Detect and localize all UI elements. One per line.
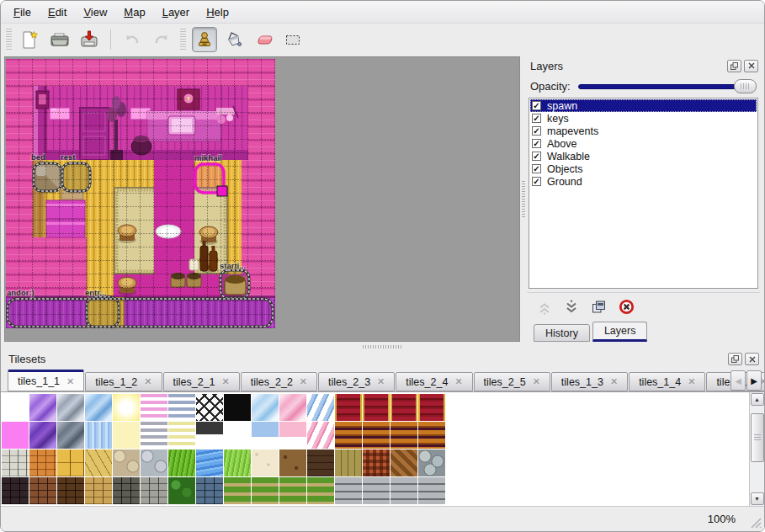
tile-carpet-red[interactable]	[363, 394, 390, 421]
tab-scroll-right-button[interactable]: ▶	[746, 370, 762, 391]
tile-brick-darkest[interactable]	[2, 477, 29, 504]
tile-glow-yellow[interactable]	[113, 394, 140, 421]
map-canvas[interactable]: bed rest starti... entr...	[4, 56, 520, 342]
fill-tool-button[interactable]	[221, 27, 247, 52]
tileset-tab-tiles_1_4[interactable]: tiles_1_4✕	[629, 372, 705, 391]
tab-close-icon[interactable]: ✕	[144, 377, 151, 386]
tab-close-icon[interactable]: ✕	[533, 377, 540, 386]
layer-row-Objects[interactable]: ✓Objects	[530, 162, 757, 175]
tile-crystal-ltblue[interactable]	[252, 394, 279, 421]
tile-white[interactable]	[224, 422, 251, 449]
tile-pale-yellow[interactable]	[113, 422, 140, 449]
menu-edit[interactable]: Edit	[40, 3, 74, 21]
menu-view[interactable]: View	[76, 3, 114, 21]
undo-button[interactable]	[120, 27, 145, 52]
layer-row-Above[interactable]: ✓Above	[530, 137, 757, 150]
tile-stone-yellow[interactable]	[85, 450, 112, 476]
tile-stripes-gray[interactable]	[141, 422, 167, 449]
tab-close-icon[interactable]: ✕	[300, 377, 307, 386]
tile-pink[interactable]	[2, 422, 29, 449]
layer-visibility-checkbox[interactable]: ✓	[532, 114, 541, 123]
raise-layer-button[interactable]	[537, 300, 552, 318]
tile-wood-orange[interactable]	[335, 422, 362, 449]
layer-visibility-checkbox[interactable]: ✓	[532, 164, 541, 173]
tile-dirt[interactable]	[279, 450, 306, 476]
tileset-tab-tiles_2_4[interactable]: tiles_2_4✕	[396, 372, 472, 391]
resize-grip[interactable]	[749, 516, 762, 529]
layer-visibility-checkbox[interactable]: ✓	[532, 139, 541, 148]
tileset-tab-tiles_1_1[interactable]: tiles_1_1✕	[8, 370, 84, 391]
tile-sign[interactable]	[196, 422, 223, 449]
tile-carpet-red[interactable]	[390, 394, 417, 421]
tile-brick-darkgray[interactable]	[113, 477, 140, 504]
tile-sand[interactable]	[252, 450, 279, 476]
layer-visibility-checkbox[interactable]: ✓	[532, 101, 541, 110]
tileset-view[interactable]: ▲ ▼	[1, 391, 764, 506]
tile-crystal-purple-dk[interactable]	[29, 422, 56, 449]
tile-tile-gold[interactable]	[57, 450, 84, 476]
tile-planks-gray[interactable]	[335, 477, 362, 504]
tilesets-close-button[interactable]	[745, 353, 759, 365]
tile-black[interactable]	[224, 394, 251, 421]
layer-row-Walkable[interactable]: ✓Walkable	[530, 150, 757, 162]
tile-wood-orange[interactable]	[363, 422, 390, 449]
tilesets-float-button[interactable]	[728, 353, 742, 365]
tile-lattice[interactable]	[196, 394, 223, 421]
tile-wood-orange[interactable]	[418, 422, 445, 449]
tile-crystal-blue[interactable]	[85, 394, 112, 421]
tile-carpet-red[interactable]	[418, 394, 445, 421]
tile-cobble-beige[interactable]	[113, 450, 140, 476]
opacity-slider[interactable]	[578, 79, 757, 93]
tile-herringbone[interactable]	[390, 450, 417, 476]
scroll-up-button[interactable]: ▲	[751, 393, 764, 406]
tileset-tab-tiles_1_2[interactable]: tiles_1_2✕	[85, 372, 162, 391]
menu-file[interactable]: File	[6, 3, 39, 21]
float-panel-button[interactable]	[727, 60, 741, 72]
layer-visibility-checkbox[interactable]: ✓	[532, 177, 541, 186]
tile-carpet-red[interactable]	[335, 394, 362, 421]
tile-water-deep[interactable]	[196, 450, 223, 476]
layer-row-spawn[interactable]: ✓spawn	[530, 99, 757, 112]
tab-close-icon[interactable]: ✕	[66, 377, 74, 386]
tile-stone-orange[interactable]	[29, 450, 56, 476]
tile-tile-blue[interactable]	[252, 422, 279, 449]
tile-hedge-green[interactable]	[168, 477, 195, 504]
select-tool-button[interactable]	[280, 27, 305, 52]
opacity-slider-handle[interactable]	[734, 79, 757, 93]
tile-planks-gray[interactable]	[390, 477, 417, 504]
tileset-tab-tiles_1_3[interactable]: tiles_1_3✕	[551, 372, 628, 391]
tile-cobble-gray[interactable]	[141, 450, 167, 476]
menu-map[interactable]: Map	[116, 3, 152, 21]
tab-close-icon[interactable]: ✕	[454, 377, 462, 386]
tile-crystal-gray[interactable]	[57, 394, 84, 421]
tile-ice-pink[interactable]	[307, 422, 334, 449]
tile-stones-pile[interactable]	[418, 450, 445, 476]
delete-layer-button[interactable]	[619, 299, 635, 318]
tab-close-icon[interactable]: ✕	[377, 377, 385, 386]
tab-close-icon[interactable]: ✕	[610, 377, 618, 386]
scroll-down-button[interactable]: ▼	[751, 492, 764, 505]
tile-stripes-blue[interactable]	[168, 394, 195, 421]
tileset-scrollbar[interactable]: ▲ ▼	[749, 392, 764, 506]
dock-tab-layers[interactable]: Layers	[592, 322, 648, 342]
tile-planks-dark[interactable]	[307, 450, 334, 476]
tile-water[interactable]	[85, 422, 112, 449]
tile-brick-gray[interactable]	[141, 477, 167, 504]
tile-brick-tan[interactable]	[85, 477, 112, 504]
menu-layer[interactable]: Layer	[155, 3, 198, 21]
opacity-slider-groove[interactable]	[578, 84, 755, 89]
object-resize-handle[interactable]	[217, 186, 227, 196]
horizontal-splitter[interactable]	[1, 343, 764, 349]
layer-visibility-checkbox[interactable]: ✓	[532, 152, 541, 161]
tile-crystal-gray-dk[interactable]	[57, 422, 84, 449]
lower-layer-button[interactable]	[564, 300, 579, 318]
tile-brick-darkbrown[interactable]	[57, 477, 84, 504]
tile-stripes-yellow[interactable]	[168, 422, 195, 449]
tile-planks-gray[interactable]	[418, 477, 445, 504]
tile-brick-blue[interactable]	[196, 477, 223, 504]
layer-row-keys[interactable]: ✓keys	[530, 112, 757, 125]
close-panel-button[interactable]	[744, 60, 758, 72]
tile-grass[interactable]	[224, 450, 251, 476]
tile-stone-gray[interactable]	[2, 450, 29, 476]
tileset-tab-tiles_2_1[interactable]: tiles_2_1✕	[163, 372, 240, 391]
